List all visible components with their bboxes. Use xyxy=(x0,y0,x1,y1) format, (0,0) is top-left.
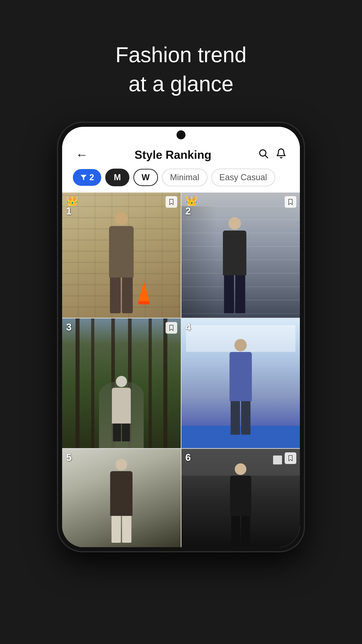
headline: Fashion trend at a glance xyxy=(0,40,362,98)
bell-icon[interactable] xyxy=(276,148,287,161)
filter-chip-m[interactable]: M xyxy=(105,168,129,186)
rank-number-2: 2 xyxy=(185,206,198,217)
page-title: Style Ranking xyxy=(134,148,211,162)
phone-notch xyxy=(62,127,300,143)
search-icon[interactable] xyxy=(258,148,269,161)
svg-point-0 xyxy=(260,150,266,156)
rank-badge-5: 5 xyxy=(66,452,71,463)
filter-m-label: M xyxy=(114,173,121,182)
header-actions xyxy=(258,148,287,161)
filter-chip-count[interactable]: 2 xyxy=(73,169,101,186)
bookmark-6[interactable] xyxy=(285,452,296,464)
rank-badge-6: 6 xyxy=(185,452,191,463)
rank-badge-4: 4 xyxy=(185,322,191,333)
rank-badge-2: 👑 2 xyxy=(185,196,198,217)
filter-chip-easy-casual[interactable]: Easy Casual xyxy=(211,168,275,186)
bookmark-2[interactable] xyxy=(285,196,296,208)
svg-marker-2 xyxy=(81,175,87,180)
grid-item-5[interactable]: 5 xyxy=(62,449,181,547)
phone-frame: ← Style Ranking xyxy=(58,123,304,551)
app-header: ← Style Ranking xyxy=(62,143,300,166)
rank-number-1: 1 xyxy=(66,206,78,217)
rank-badge-3: 3 xyxy=(66,322,71,333)
rank-number-5: 5 xyxy=(66,452,71,463)
grid-item-3[interactable]: 3 xyxy=(62,318,181,448)
filter-count-label: 2 xyxy=(89,173,94,182)
filter-w-label: W xyxy=(142,173,150,182)
camera-dot xyxy=(177,130,185,139)
back-button[interactable]: ← xyxy=(75,147,88,162)
grid-item-6[interactable]: 6 xyxy=(181,449,300,547)
filter-minimal-label: Minimal xyxy=(170,173,199,182)
rank-number-6: 6 xyxy=(185,452,191,463)
rank-number-4: 4 xyxy=(185,322,191,333)
photo-grid: 👑 1 xyxy=(62,192,300,547)
svg-line-1 xyxy=(266,156,268,158)
filter-chip-minimal[interactable]: Minimal xyxy=(162,168,207,186)
bookmark-3[interactable] xyxy=(166,322,177,334)
rank-number-3: 3 xyxy=(66,322,71,333)
phone-screen: ← Style Ranking xyxy=(62,127,300,547)
filter-easy-casual-label: Easy Casual xyxy=(219,173,267,182)
grid-item-4[interactable]: 4 xyxy=(181,318,300,448)
filter-chip-w[interactable]: W xyxy=(133,169,158,186)
filter-bar: 2 M W Minimal Easy Casual xyxy=(62,166,300,192)
rank-badge-1: 👑 1 xyxy=(66,196,78,217)
bookmark-1[interactable] xyxy=(166,196,177,208)
grid-item-1[interactable]: 👑 1 xyxy=(62,192,181,318)
grid-item-2[interactable]: 👑 2 xyxy=(181,192,300,318)
